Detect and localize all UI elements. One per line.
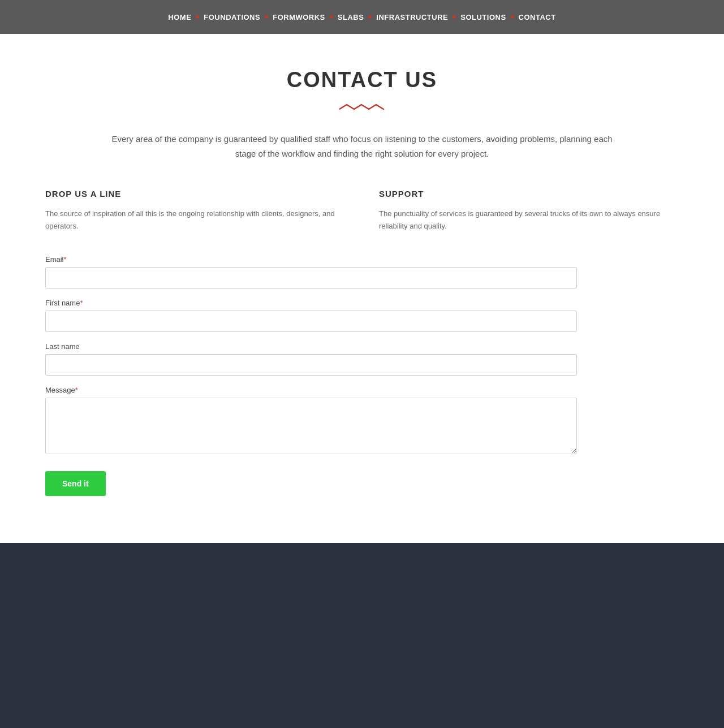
nav-solutions[interactable]: SOLUTIONS	[460, 13, 506, 21]
nav-separator-2	[265, 15, 268, 19]
lastname-group: Last name	[45, 342, 577, 376]
nav-contact-label: CONTACT	[519, 13, 556, 21]
nav-infrastructure[interactable]: INFRASTRUCTURE	[376, 13, 448, 21]
nav-formworks[interactable]: FORMWORKS	[273, 13, 325, 21]
message-group: Message*	[45, 386, 577, 456]
firstname-group: First name*	[45, 299, 577, 332]
drop-text: The source of inspiration of all this is…	[45, 208, 345, 232]
support-text: The punctuality of services is guarantee…	[379, 208, 679, 232]
nav-formworks-label: FORMWORKS	[273, 13, 325, 21]
nav-separator-4	[368, 15, 372, 19]
lastname-label: Last name	[45, 342, 577, 351]
nav-slabs[interactable]: SLABS	[338, 13, 364, 21]
main-content: CONTACT US Every area of the company is …	[0, 34, 724, 543]
nav-separator-3	[330, 15, 333, 19]
nav-separator-1	[196, 15, 199, 19]
support-section: SUPPORT The punctuality of services is g…	[379, 189, 679, 232]
drop-title: DROP US A LINE	[45, 189, 345, 199]
nav-infrastructure-label: INFRASTRUCTURE	[376, 13, 448, 21]
nav-home[interactable]: HOME	[168, 13, 191, 21]
nav-slabs-label: SLABS	[338, 13, 364, 21]
message-required: *	[75, 386, 78, 394]
email-required: *	[64, 255, 67, 264]
firstname-input[interactable]	[45, 311, 577, 332]
email-input[interactable]	[45, 267, 577, 288]
firstname-required: *	[80, 299, 83, 307]
wave-divider	[45, 101, 679, 115]
nav-contact[interactable]: CONTACT	[519, 13, 556, 21]
wave-icon	[339, 101, 385, 113]
page-title: CONTACT US	[45, 68, 679, 92]
footer	[0, 543, 724, 728]
email-label: Email*	[45, 255, 577, 264]
email-group: Email*	[45, 255, 577, 288]
nav-foundations-label: FOUNDATIONS	[204, 13, 260, 21]
lastname-input[interactable]	[45, 354, 577, 376]
message-input[interactable]	[45, 398, 577, 454]
nav-home-label: HOME	[168, 13, 191, 21]
nav-separator-6	[511, 15, 514, 19]
nav-separator-5	[453, 15, 456, 19]
firstname-label: First name*	[45, 299, 577, 307]
drop-us-a-line-section: DROP US A LINE The source of inspiration…	[45, 189, 345, 232]
contact-form: Email* First name* Last name Message* Se…	[45, 255, 577, 496]
nav-foundations[interactable]: FOUNDATIONS	[204, 13, 260, 21]
send-button[interactable]: Send it	[45, 471, 106, 496]
navigation: HOME FOUNDATIONS FORMWORKS SLABS INFRAST…	[0, 0, 724, 34]
intro-text: Every area of the company is guaranteed …	[107, 132, 617, 161]
nav-solutions-label: SOLUTIONS	[460, 13, 506, 21]
support-title: SUPPORT	[379, 189, 679, 199]
two-column-section: DROP US A LINE The source of inspiration…	[45, 189, 679, 232]
message-label: Message*	[45, 386, 577, 394]
